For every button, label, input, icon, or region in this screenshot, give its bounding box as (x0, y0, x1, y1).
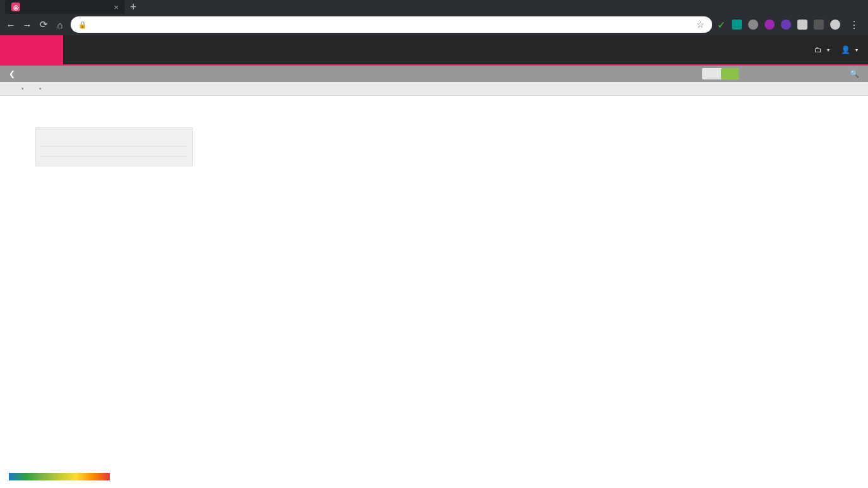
legend-gradient (9, 473, 110, 480)
legend (9, 472, 116, 485)
user-menu[interactable]: 👤 ▾ (841, 45, 858, 54)
nav-back-icon[interactable]: ← (5, 20, 16, 30)
history-dropdown[interactable]: ▾ (33, 86, 50, 91)
search-icon[interactable]: 🔍 (850, 69, 868, 78)
project-menu[interactable]: 🗀 ▾ (814, 45, 830, 54)
toggle-on-label (721, 68, 739, 79)
browser-tab[interactable]: ◎ × (5, 0, 125, 14)
sub-toolbar: ▾ ▾ (0, 82, 868, 96)
available-label (41, 151, 187, 156)
folder-icon: 🗀 (814, 45, 822, 54)
back-to-views[interactable]: ❮ (0, 69, 24, 78)
nav-home-icon[interactable]: ⌂ (54, 20, 66, 30)
address-bar[interactable]: 🔒 ☆ (71, 16, 712, 33)
nav-reload-icon[interactable]: ⟳ (38, 19, 49, 30)
ext-icon[interactable] (732, 20, 742, 30)
cpu-dropdown[interactable]: ▾ (15, 86, 33, 91)
favicon-icon: ◎ (11, 3, 20, 11)
nav-fwd-icon[interactable]: → (21, 20, 33, 30)
ext-icon[interactable] (765, 20, 775, 30)
avatar-icon[interactable] (830, 20, 840, 30)
ext-icon[interactable]: ✓ (717, 19, 725, 31)
browser-menu-icon[interactable]: ⋮ (845, 19, 863, 31)
tab-close-icon[interactable]: × (114, 3, 119, 12)
app-logo[interactable] (0, 35, 63, 64)
lock-icon: 🔒 (78, 21, 87, 29)
chevron-down-icon: ▾ (39, 86, 42, 91)
groupings-panel (35, 127, 193, 166)
chevron-left-icon: ❮ (9, 69, 15, 78)
user-icon: 👤 (841, 45, 850, 54)
groupings-title (41, 133, 187, 141)
chevron-down-icon: ▾ (21, 86, 24, 91)
active-label (41, 141, 187, 146)
toolbar: ❮ 🔍 (0, 66, 868, 82)
ext-icon[interactable] (781, 20, 791, 30)
auto-update-toggle[interactable] (702, 68, 739, 79)
bookmark-star-icon[interactable]: ☆ (696, 20, 705, 30)
new-tab-button[interactable]: + (125, 0, 142, 14)
ext-icon[interactable] (748, 20, 758, 30)
extension-icons: ✓ (717, 19, 840, 31)
chevron-down-icon: ▾ (827, 47, 830, 53)
ext-icon[interactable] (814, 20, 824, 30)
ext-icon[interactable] (797, 20, 807, 30)
chevron-down-icon: ▾ (855, 47, 858, 53)
sunburst-chart[interactable] (196, 96, 675, 488)
